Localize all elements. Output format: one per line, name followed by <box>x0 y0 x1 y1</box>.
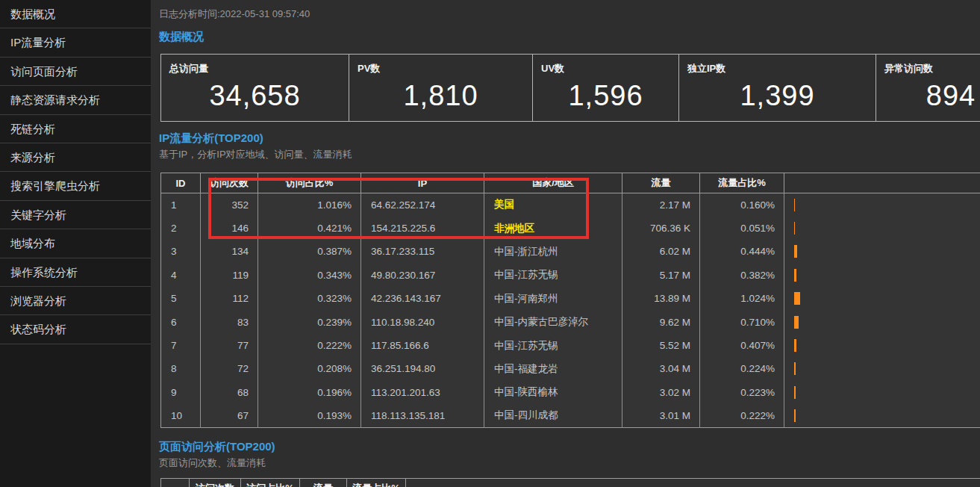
stat-card-label: 总访问量 <box>161 55 349 75</box>
cell-region: 非洲地区 <box>484 217 622 240</box>
cell-visits: 67 <box>201 404 258 427</box>
cell-flow: 13.89 M <box>622 287 700 310</box>
cell-flow: 3.02 M <box>622 381 700 404</box>
cell-visits: 112 <box>201 287 258 310</box>
cell-id: 10 <box>161 404 201 427</box>
stat-card-label: PV数 <box>349 55 532 75</box>
stat-card: 异常访问数894 <box>876 55 980 121</box>
stat-card-value: 894 <box>876 80 980 112</box>
column-header: 流量 <box>300 479 347 487</box>
stat-card-value: 1,810 <box>349 80 532 112</box>
cell-id: 7 <box>161 334 201 357</box>
cell-region: 中国-江苏无锡 <box>484 264 622 287</box>
cell-flow-pct: 0.382% <box>700 264 784 287</box>
column-header: 访问次数 <box>190 479 241 487</box>
cell-flow-pct: 0.407% <box>700 334 784 357</box>
sidebar-item-关键字分析[interactable]: 关键字分析 <box>0 201 151 229</box>
cell-flow-pct: 0.444% <box>700 240 784 263</box>
cell-visit-pct: 0.196% <box>258 381 361 404</box>
cell-flow-bar <box>784 334 980 357</box>
cell-region: 中国-江苏无锡 <box>484 334 622 357</box>
cell-visits: 352 <box>201 193 258 217</box>
cell-id: 8 <box>161 357 201 380</box>
cell-visit-pct: 0.208% <box>258 357 361 380</box>
sidebar-item-访问页面分析[interactable]: 访问页面分析 <box>0 58 151 86</box>
flow-bar <box>794 292 800 305</box>
sidebar-item-搜索引擎爬虫分析[interactable]: 搜索引擎爬虫分析 <box>0 172 151 200</box>
sidebar-item-静态资源请求分析[interactable]: 静态资源请求分析 <box>0 86 151 114</box>
sidebar-item-浏览器分析[interactable]: 浏览器分析 <box>0 287 151 315</box>
cell-id: 5 <box>161 287 201 310</box>
table-row: 10670.193%118.113.135.181中国-四川成都3.01 M0.… <box>161 404 980 427</box>
cell-flow-pct: 0.710% <box>700 310 784 333</box>
cell-visits: 119 <box>201 264 258 287</box>
cell-id: 4 <box>161 264 201 287</box>
column-header: 国家/地区 <box>484 173 622 193</box>
column-header: 流量 <box>622 173 700 193</box>
column-header <box>161 479 190 487</box>
column-header: 流量占比% <box>347 479 406 487</box>
column-header: 流量占比% <box>700 173 784 193</box>
cell-flow-bar <box>784 264 980 287</box>
cell-flow-bar <box>784 381 980 404</box>
cell-region: 中国-陕西榆林 <box>484 381 622 404</box>
cell-flow-bar <box>784 357 980 380</box>
cell-id: 6 <box>161 310 201 333</box>
sidebar-item-数据概况[interactable]: 数据概况 <box>0 0 151 28</box>
sidebar-item-IP流量分析[interactable]: IP流量分析 <box>0 28 151 57</box>
cell-ip: 36.17.233.115 <box>361 240 484 263</box>
section-title-ip-traffic: IP流量分析(TOP200) <box>159 131 263 146</box>
section-title-page-visits: 页面访问分析(TOP200) <box>159 440 275 454</box>
flow-bar <box>794 386 796 399</box>
sidebar: 数据概况IP流量分析访问页面分析静态资源请求分析死链分析来源分析搜索引擎爬虫分析… <box>0 0 151 487</box>
stat-card-label: UV数 <box>533 55 678 75</box>
column-header: 访问占比% <box>258 173 361 193</box>
sidebar-item-地域分布[interactable]: 地域分布 <box>0 229 151 258</box>
cell-flow-bar <box>784 404 980 427</box>
stat-card-label: 独立IP数 <box>679 55 876 75</box>
log-analysis-time: 日志分析时间:2022-05-31 09:57:40 <box>159 7 310 21</box>
cell-flow-bar <box>784 287 980 310</box>
cell-flow-pct: 1.024% <box>700 287 784 310</box>
page-visit-table: 访问次数访问占比%流量流量占比% <box>160 478 980 487</box>
cell-flow-pct: 0.223% <box>700 381 784 404</box>
sidebar-item-来源分析[interactable]: 来源分析 <box>0 143 151 172</box>
overview-stat-cards: 总访问量34,658PV数1,810UV数1,596独立IP数1,399异常访问… <box>160 54 980 122</box>
table-row: 6830.239%110.18.98.240中国-内蒙古巴彦淖尔9.62 M0.… <box>161 310 980 333</box>
flow-bar <box>794 339 796 352</box>
table-row: 21460.421%154.215.225.6非洲地区706.36 K0.051… <box>161 217 980 240</box>
flow-bar <box>794 245 797 258</box>
cell-id: 3 <box>161 240 201 263</box>
cell-flow-pct: 0.051% <box>700 217 784 240</box>
cell-flow: 3.01 M <box>622 404 700 427</box>
cell-visit-pct: 0.343% <box>258 264 361 287</box>
sidebar-item-死链分析[interactable]: 死链分析 <box>0 115 151 143</box>
stat-card-value: 1,399 <box>679 80 876 112</box>
cell-id: 2 <box>161 217 201 240</box>
cell-ip: 36.251.194.80 <box>361 357 484 380</box>
flow-bar <box>794 199 795 211</box>
cell-flow-bar <box>784 193 980 217</box>
sidebar-item-操作系统分析[interactable]: 操作系统分析 <box>0 258 151 287</box>
cell-visit-pct: 0.421% <box>258 217 361 240</box>
section-subtitle-ip-traffic: 基于IP，分析IP对应地域、访问量、流量消耗 <box>159 148 352 161</box>
cell-flow-pct: 0.160% <box>700 193 784 217</box>
cell-ip: 118.113.135.181 <box>361 404 484 427</box>
flow-bar <box>794 222 795 235</box>
cell-id: 9 <box>161 381 201 404</box>
cell-ip: 110.18.98.240 <box>361 310 484 333</box>
cell-region: 中国-四川成都 <box>484 404 622 427</box>
cell-flow: 6.02 M <box>622 240 700 263</box>
cell-flow: 2.17 M <box>622 193 700 217</box>
cell-flow-bar <box>784 217 980 240</box>
flow-bar <box>794 362 796 375</box>
sidebar-item-状态码分析[interactable]: 状态码分析 <box>0 315 151 344</box>
column-header <box>784 173 980 193</box>
cell-ip: 154.215.225.6 <box>361 217 484 240</box>
section-title-overview: 数据概况 <box>159 30 204 44</box>
cell-id: 1 <box>161 193 201 217</box>
ip-table-header-row: ID访问次数访问占比%IP国家/地区流量流量占比% <box>161 173 980 193</box>
column-header: 访问占比% <box>241 479 300 487</box>
table-row: 13521.016%64.62.252.174美国2.17 M0.160% <box>161 193 980 217</box>
cell-region: 美国 <box>484 193 622 217</box>
